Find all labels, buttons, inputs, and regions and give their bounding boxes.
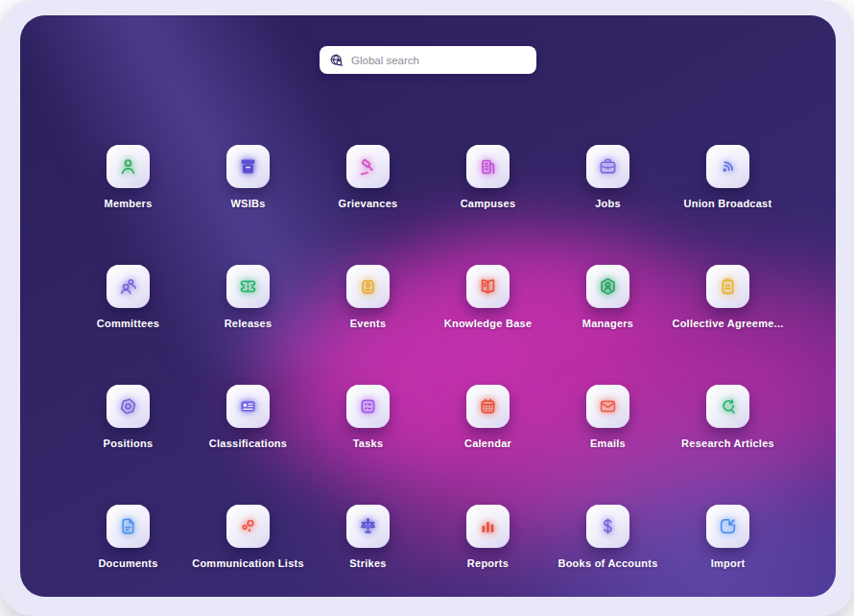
chat-bubbles-icon (237, 515, 259, 537)
app-tile-documents[interactable] (107, 505, 150, 548)
app-tile-tasks[interactable] (346, 385, 390, 428)
app-label: Collective Agreeme... (672, 318, 783, 329)
buildings-icon (477, 155, 499, 178)
task-list-icon (357, 395, 379, 417)
gavel-icon (357, 155, 379, 178)
app-cell-reports: Reports (428, 505, 548, 597)
app-label: Knowledge Base (444, 318, 533, 329)
app-cell-documents: Documents (68, 505, 188, 597)
app-tile-union-broadcast[interactable] (706, 145, 749, 188)
app-tile-import[interactable] (706, 505, 749, 548)
app-cell-emails: Emails (548, 385, 668, 505)
app-tile-communication-lists[interactable] (226, 505, 270, 548)
clipboard-icon (717, 275, 739, 297)
app-cell-union-broadcast: Union Broadcast (668, 145, 788, 265)
app-tile-reports[interactable] (466, 505, 510, 548)
app-label: Classifications (209, 438, 287, 449)
app-label: Import (711, 557, 746, 569)
app-tile-members[interactable] (107, 145, 150, 188)
app-label: Emails (590, 438, 626, 449)
event-calendar-icon (357, 275, 379, 297)
calendar-icon (477, 395, 499, 417)
app-label: Jobs (595, 198, 621, 209)
import-arrow-icon (717, 515, 739, 537)
app-label: Grievances (339, 198, 398, 209)
app-label: Managers (582, 318, 633, 329)
app-label: Committees (97, 318, 159, 329)
archive-box-icon (237, 155, 259, 178)
app-tile-books-of-accounts[interactable] (586, 505, 629, 548)
app-label: Reports (467, 557, 509, 569)
app-tile-collective-agreeme[interactable] (706, 265, 749, 308)
app-tile-classifications[interactable] (226, 385, 270, 428)
app-cell-members: Members (68, 145, 188, 265)
app-cell-calendar: Calendar (428, 385, 548, 505)
app-cell-tasks: Tasks (308, 385, 428, 505)
app-tile-positions[interactable] (107, 385, 150, 428)
app-cell-grievances: Grievances (308, 145, 428, 265)
person-icon (117, 155, 139, 178)
briefcase-icon (597, 155, 619, 178)
app-tile-campuses[interactable] (466, 145, 510, 188)
app-label: Calendar (464, 438, 511, 449)
app-label: Union Broadcast (684, 198, 772, 209)
app-tile-emails[interactable] (586, 385, 629, 428)
app-label: Events (350, 318, 387, 329)
app-label: Campuses (461, 198, 516, 209)
app-cell-positions: Positions (68, 385, 188, 505)
app-cell-classifications: Classifications (188, 385, 308, 505)
app-cell-knowledge-base: Knowledge Base (428, 265, 548, 385)
id-card-icon (237, 395, 259, 417)
users-icon (117, 275, 139, 297)
app-tile-strikes[interactable] (346, 505, 390, 548)
app-label: Tasks (353, 438, 384, 449)
app-cell-import: Import (668, 505, 788, 597)
app-label: Communication Lists (192, 557, 304, 569)
app-cell-wsibs: WSIBs (188, 145, 308, 265)
app-tile-events[interactable] (346, 265, 390, 308)
app-tile-wsibs[interactable] (226, 145, 270, 188)
app-cell-collective-agreeme: Collective Agreeme... (668, 265, 788, 385)
app-tile-releases[interactable] (226, 265, 270, 308)
global-search-input[interactable] (351, 55, 527, 66)
app-tile-research-articles[interactable] (706, 385, 749, 428)
app-label: Releases (225, 318, 273, 329)
app-cell-jobs: Jobs (548, 145, 668, 265)
bar-chart-icon (477, 515, 499, 537)
research-magnifier-icon (717, 395, 739, 417)
document-icon (117, 515, 139, 537)
app-cell-releases: Releases (188, 265, 308, 385)
app-tile-jobs[interactable] (586, 145, 629, 188)
app-label: Documents (98, 557, 157, 569)
app-label: Books of Accounts (557, 557, 657, 569)
manager-badge-icon (597, 275, 619, 297)
app-label: Members (104, 198, 152, 209)
app-grid: MembersWSIBsGrievancesCampusesJobsUnion … (68, 145, 788, 597)
app-tile-knowledge-base[interactable] (466, 265, 510, 308)
app-cell-communication-lists: Communication Lists (188, 505, 308, 597)
envelope-icon (597, 395, 619, 417)
app-label: Research Articles (681, 438, 774, 449)
app-cell-books-of-accounts: Books of Accounts (548, 505, 668, 597)
app-label: WSIBs (230, 198, 265, 209)
app-label: Strikes (349, 557, 386, 569)
app-cell-events: Events (308, 265, 428, 385)
ticket-icon (237, 275, 259, 297)
app-tile-managers[interactable] (586, 265, 629, 308)
app-tile-calendar[interactable] (466, 385, 510, 428)
app-label: Positions (104, 438, 154, 449)
app-cell-research-articles: Research Articles (668, 385, 788, 505)
app-tile-grievances[interactable] (346, 145, 390, 188)
scales-icon (357, 515, 379, 537)
seal-badge-icon (117, 395, 139, 417)
app-cell-strikes: Strikes (308, 505, 428, 597)
app-tile-committees[interactable] (107, 265, 150, 308)
open-book-icon (477, 275, 499, 297)
broadcast-icon (717, 155, 739, 178)
global-search-bar[interactable] (320, 46, 536, 74)
app-cell-committees: Committees (68, 265, 188, 385)
device-frame: MembersWSIBsGrievancesCampusesJobsUnion … (0, 0, 854, 616)
dashboard-background: MembersWSIBsGrievancesCampusesJobsUnion … (20, 15, 836, 597)
globe-search-icon (329, 53, 344, 67)
dollar-icon (597, 515, 619, 537)
